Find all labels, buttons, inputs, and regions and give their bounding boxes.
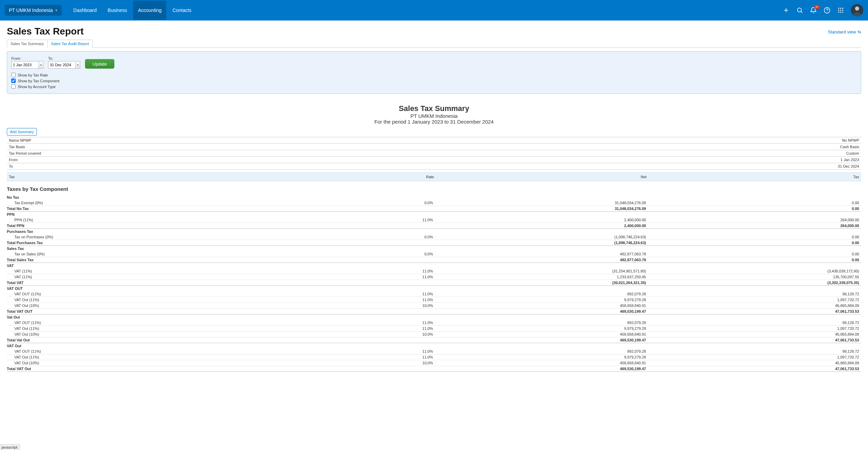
cell-net: 892,079.28	[433, 321, 646, 325]
total-net: (1,098,746,224.63)	[433, 241, 646, 245]
report-header: Sales Tax Summary PT UMKM Indonesia For …	[7, 104, 861, 125]
tax-row[interactable]: VAT Out (11%)11.0%9,979,279.281,097,720.…	[7, 354, 861, 360]
meta-value: No NPWP	[509, 137, 861, 144]
filter-panel: From: ▼ To: ▼ Update Show by Tax Rate Sh…	[7, 51, 861, 94]
checkbox-show-by-account[interactable]	[11, 84, 16, 89]
cell-net: 458,658,840.91	[433, 361, 646, 365]
cell-net: 9,979,279.28	[433, 298, 646, 302]
search-icon[interactable]	[796, 7, 803, 14]
cell-tax: VAT Out (10%)	[7, 332, 331, 336]
total-label: Total Sales Tax	[7, 258, 331, 262]
cell-rate: 11.0%	[331, 298, 433, 302]
tax-row[interactable]: PPN (11%)11.0%2,400,000.00264,000.00	[7, 217, 861, 223]
cell-rate: 0.0%	[331, 252, 433, 256]
group-title: Vat Out	[7, 314, 861, 320]
meta-label: Tax Basis	[7, 144, 509, 150]
tax-row[interactable]: Tax on Purchases (0%)0.0%(1,098,746,224.…	[7, 234, 861, 240]
nav-business[interactable]: Business	[103, 1, 132, 20]
meta-row: To31 Dec 2024	[7, 163, 861, 170]
cell-tax: Tax on Purchases (0%)	[7, 235, 331, 239]
total-net: 482,877,063.78	[433, 258, 646, 262]
total-net: 469,530,199.47	[433, 309, 646, 313]
tax-row[interactable]: VAT Out (10%)10.0%458,658,840.9145,865,8…	[7, 332, 861, 337]
tax-row[interactable]: VAT OUT (11%)11.0%892,079.2898,128.72	[7, 291, 861, 297]
tab-label: Sales Tax Audit Report	[51, 42, 89, 46]
to-date-input[interactable]	[48, 61, 75, 69]
cell-rate: 0.0%	[331, 201, 433, 205]
tax-row[interactable]: VAT (11%)11.0%1,233,637,250.45135,700,09…	[7, 274, 861, 280]
from-date-dropdown[interactable]: ▼	[39, 61, 43, 69]
group-title: No Tax	[7, 195, 861, 200]
plus-icon[interactable]	[783, 7, 789, 14]
tax-row[interactable]: Tax on Sales (0%)0.0%482,877,063.780.00	[7, 251, 861, 257]
cell-taxvalue: 0.00	[646, 201, 859, 205]
group-total-row: Total Sales Tax482,877,063.780.00	[7, 257, 861, 263]
group-total-row: Total Purchases Tax(1,098,746,224.63)0.0…	[7, 240, 861, 246]
col-net: Net	[434, 175, 646, 179]
group-title: Purchases Tax	[7, 229, 861, 234]
col-tax: Tax	[9, 175, 332, 179]
cell-tax: VAT OUT (11%)	[7, 292, 331, 296]
update-button[interactable]: Update	[85, 59, 114, 69]
cell-taxvalue: 1,097,720.72	[646, 326, 859, 331]
total-label: Total Vat Out	[7, 338, 331, 342]
view-toggle[interactable]: Standard view ⇆	[828, 29, 861, 34]
cell-taxvalue: 0.00	[646, 235, 859, 239]
tax-row[interactable]: VAT Out (10%)10.0%458,658,840.9145,865,8…	[7, 360, 861, 366]
svg-line-3	[801, 12, 802, 13]
cell-rate: 11.0%	[331, 292, 433, 296]
org-name: PT UMKM Indonesia	[9, 8, 53, 13]
avatar[interactable]	[851, 4, 863, 16]
page-body: Sales Tax Report Standard view ⇆ Sales T…	[0, 20, 868, 385]
tax-row[interactable]: VAT Out (11%)11.0%9,979,279.281,097,720.…	[7, 326, 861, 332]
tax-row[interactable]: VAT OUT (11%)11.0%892,079.2898,128.72	[7, 349, 861, 354]
top-nav-bar: PT UMKM Indonesia ▼ Dashboard Business A…	[0, 0, 868, 20]
tax-group: No TaxTax Exempt (0%)0.0%31,048,034,276.…	[7, 195, 861, 212]
cell-taxvalue: 45,865,884.09	[646, 304, 859, 308]
tax-row[interactable]: VAT Out (10%)10.0%458,658,840.9145,865,8…	[7, 303, 861, 309]
cell-net: (1,098,746,224.63)	[433, 235, 646, 239]
tax-row[interactable]: Tax Exempt (0%)0.0%31,048,034,276.090.00	[7, 200, 861, 206]
cell-net: 1,233,637,250.45	[433, 275, 646, 279]
column-header: Tax Rate Net Tax	[7, 172, 861, 181]
tax-group: VAT OUTVAT OUT (11%)11.0%892,079.2898,12…	[7, 286, 861, 314]
help-icon[interactable]	[824, 7, 830, 14]
cell-tax: VAT OUT (11%)	[7, 349, 331, 353]
group-title: PPN	[7, 212, 861, 217]
tab-sales-tax-audit[interactable]: Sales Tax Audit Report	[47, 40, 93, 48]
to-date-dropdown[interactable]: ▼	[75, 61, 80, 69]
to-label: To:	[48, 56, 80, 60]
tax-row[interactable]: VAT OUT (11%)11.0%892,079.2898,128.72	[7, 320, 861, 326]
chevron-down-icon: ▼	[55, 9, 58, 12]
cell-tax: Tax on Sales (0%)	[7, 252, 331, 256]
tax-row[interactable]: VAT (11%)11.0%(31,254,901,571.80)(3,438,…	[7, 268, 861, 274]
apps-icon[interactable]	[837, 7, 844, 14]
cell-rate: 11.0%	[331, 355, 433, 359]
add-summary-button[interactable]: Add Summary	[7, 128, 37, 136]
checkbox-show-by-component[interactable]	[11, 79, 16, 83]
notification-badge: 3+	[814, 5, 820, 9]
from-date-input[interactable]	[11, 61, 39, 69]
org-switcher[interactable]: PT UMKM Indonesia ▼	[5, 5, 62, 16]
checkbox-show-by-rate[interactable]	[11, 73, 16, 77]
nav-dashboard[interactable]: Dashboard	[69, 1, 102, 20]
total-net: 469,530,199.47	[433, 367, 646, 371]
cell-taxvalue: 1,097,720.72	[646, 298, 859, 302]
nav-contacts[interactable]: Contacts	[168, 1, 196, 20]
notifications-icon[interactable]: 3+	[810, 7, 817, 14]
cell-net: 482,877,063.78	[433, 252, 646, 256]
svg-point-14	[842, 12, 843, 13]
cell-rate: 11.0%	[331, 349, 433, 353]
tab-sales-tax-summary[interactable]: Sales Tax Summary	[7, 40, 48, 48]
tab-label: Sales Tax Summary	[11, 42, 44, 46]
svg-point-9	[838, 10, 839, 11]
group-title: Sales Tax	[7, 246, 861, 251]
tax-row[interactable]: VAT Out (11%)11.0%9,979,279.281,097,720.…	[7, 297, 861, 303]
total-net: 469,530,199.47	[433, 338, 646, 342]
cell-tax: VAT (11%)	[7, 269, 331, 273]
nav-accounting[interactable]: Accounting	[133, 1, 166, 20]
svg-point-8	[842, 8, 843, 9]
cell-rate: 11.0%	[331, 275, 433, 279]
svg-point-6	[838, 8, 839, 9]
cell-net: 458,658,840.91	[433, 332, 646, 336]
